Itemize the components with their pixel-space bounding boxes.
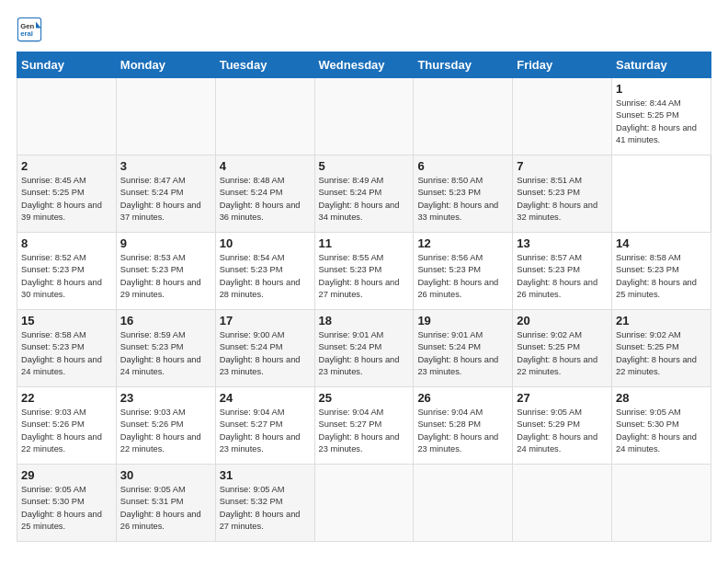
day-header-wednesday: Wednesday [314, 52, 414, 78]
calendar-day-25: 25 Sunrise: 9:04 AM Sunset: 5:27 PM Dayl… [314, 387, 414, 465]
calendar-day-2: 2 Sunrise: 8:45 AM Sunset: 5:25 PM Dayli… [17, 155, 117, 233]
day-number: 5 [319, 159, 410, 173]
day-info: Sunrise: 8:59 AM Sunset: 5:23 PM Dayligh… [120, 329, 211, 379]
calendar-day-13: 13 Sunrise: 8:57 AM Sunset: 5:23 PM Dayl… [513, 233, 612, 310]
day-header-monday: Monday [116, 52, 215, 78]
day-header-tuesday: Tuesday [215, 52, 314, 78]
day-info: Sunrise: 9:03 AM Sunset: 5:26 PM Dayligh… [21, 407, 112, 456]
day-info: Sunrise: 8:47 AM Sunset: 5:24 PM Dayligh… [120, 175, 211, 224]
page: Gen eral SundayMondayTuesdayWednesdayThu… [0, 0, 728, 563]
svg-text:eral: eral [20, 29, 33, 38]
calendar-day-6: 6 Sunrise: 8:50 AM Sunset: 5:23 PM Dayli… [414, 155, 513, 233]
calendar-day-20: 20 Sunrise: 9:02 AM Sunset: 5:25 PM Dayl… [513, 310, 612, 387]
svg-text:Gen: Gen [20, 22, 34, 30]
day-number: 1 [616, 82, 707, 96]
day-info: Sunrise: 8:52 AM Sunset: 5:23 PM Dayligh… [21, 252, 112, 302]
day-info: Sunrise: 8:56 AM Sunset: 5:23 PM Dayligh… [417, 252, 508, 302]
empty-cell [513, 465, 612, 542]
calendar: SundayMondayTuesdayWednesdayThursdayFrid… [17, 52, 711, 542]
day-info: Sunrise: 8:54 AM Sunset: 5:23 PM Dayligh… [220, 252, 311, 302]
day-number: 18 [319, 314, 410, 327]
calendar-day-16: 16 Sunrise: 8:59 AM Sunset: 5:23 PM Dayl… [116, 310, 215, 387]
calendar-day-3: 3 Sunrise: 8:47 AM Sunset: 5:24 PM Dayli… [116, 155, 215, 233]
day-number: 27 [517, 391, 608, 405]
day-info: Sunrise: 8:58 AM Sunset: 5:23 PM Dayligh… [616, 252, 707, 302]
day-number: 29 [21, 468, 112, 482]
calendar-day-15: 15 Sunrise: 8:58 AM Sunset: 5:23 PM Dayl… [17, 310, 117, 387]
calendar-day-24: 24 Sunrise: 9:04 AM Sunset: 5:27 PM Dayl… [215, 387, 314, 465]
empty-cell [414, 78, 513, 155]
day-number: 25 [319, 391, 410, 405]
day-info: Sunrise: 9:04 AM Sunset: 5:27 PM Dayligh… [319, 407, 410, 456]
day-info: Sunrise: 9:01 AM Sunset: 5:24 PM Dayligh… [417, 329, 508, 379]
day-info: Sunrise: 9:02 AM Sunset: 5:25 PM Dayligh… [616, 329, 707, 379]
day-info: Sunrise: 8:45 AM Sunset: 5:25 PM Dayligh… [21, 175, 112, 224]
logo-icon: Gen eral [17, 17, 42, 42]
empty-cell [314, 78, 414, 155]
calendar-day-9: 9 Sunrise: 8:53 AM Sunset: 5:23 PM Dayli… [116, 233, 215, 310]
day-info: Sunrise: 9:05 AM Sunset: 5:30 PM Dayligh… [21, 484, 112, 534]
day-info: Sunrise: 9:04 AM Sunset: 5:27 PM Dayligh… [220, 407, 311, 456]
calendar-day-4: 4 Sunrise: 8:48 AM Sunset: 5:24 PM Dayli… [215, 155, 314, 233]
day-number: 4 [220, 159, 311, 173]
day-number: 3 [120, 159, 211, 173]
day-number: 14 [616, 236, 707, 250]
empty-cell [17, 78, 117, 155]
day-number: 23 [120, 391, 211, 405]
calendar-day-29: 29 Sunrise: 9:05 AM Sunset: 5:30 PM Dayl… [17, 465, 117, 542]
day-header-sunday: Sunday [17, 52, 117, 78]
day-info: Sunrise: 9:05 AM Sunset: 5:31 PM Dayligh… [120, 484, 211, 534]
empty-cell [215, 78, 314, 155]
day-info: Sunrise: 8:57 AM Sunset: 5:23 PM Dayligh… [517, 252, 608, 302]
calendar-day-23: 23 Sunrise: 9:03 AM Sunset: 5:26 PM Dayl… [116, 387, 215, 465]
calendar-day-14: 14 Sunrise: 8:58 AM Sunset: 5:23 PM Dayl… [612, 233, 711, 310]
day-number: 28 [616, 391, 707, 405]
calendar-day-28: 28 Sunrise: 9:05 AM Sunset: 5:30 PM Dayl… [612, 387, 711, 465]
day-info: Sunrise: 8:50 AM Sunset: 5:23 PM Dayligh… [417, 175, 508, 224]
day-info: Sunrise: 8:48 AM Sunset: 5:24 PM Dayligh… [220, 175, 311, 224]
empty-cell [414, 465, 513, 542]
calendar-day-26: 26 Sunrise: 9:04 AM Sunset: 5:28 PM Dayl… [414, 387, 513, 465]
day-number: 17 [220, 314, 311, 327]
calendar-day-17: 17 Sunrise: 9:00 AM Sunset: 5:24 PM Dayl… [215, 310, 314, 387]
calendar-day-30: 30 Sunrise: 9:05 AM Sunset: 5:31 PM Dayl… [116, 465, 215, 542]
day-number: 31 [220, 468, 311, 482]
day-info: Sunrise: 8:51 AM Sunset: 5:23 PM Dayligh… [517, 175, 608, 224]
day-info: Sunrise: 8:58 AM Sunset: 5:23 PM Dayligh… [21, 329, 112, 379]
day-number: 16 [120, 314, 211, 327]
day-info: Sunrise: 9:02 AM Sunset: 5:25 PM Dayligh… [517, 329, 608, 379]
day-number: 8 [21, 236, 112, 250]
day-number: 20 [517, 314, 608, 327]
empty-cell [314, 465, 414, 542]
day-info: Sunrise: 8:53 AM Sunset: 5:23 PM Dayligh… [120, 252, 211, 302]
day-info: Sunrise: 9:05 AM Sunset: 5:29 PM Dayligh… [517, 407, 608, 456]
header: Gen eral [17, 17, 711, 42]
calendar-day-12: 12 Sunrise: 8:56 AM Sunset: 5:23 PM Dayl… [414, 233, 513, 310]
day-number: 11 [319, 236, 410, 250]
day-info: Sunrise: 9:05 AM Sunset: 5:32 PM Dayligh… [220, 484, 311, 534]
empty-cell [612, 465, 711, 542]
day-number: 10 [220, 236, 311, 250]
logo: Gen eral [17, 17, 46, 42]
day-number: 7 [517, 159, 608, 173]
day-number: 30 [120, 468, 211, 482]
calendar-day-19: 19 Sunrise: 9:01 AM Sunset: 5:24 PM Dayl… [414, 310, 513, 387]
day-number: 22 [21, 391, 112, 405]
calendar-day-21: 21 Sunrise: 9:02 AM Sunset: 5:25 PM Dayl… [612, 310, 711, 387]
calendar-day-8: 8 Sunrise: 8:52 AM Sunset: 5:23 PM Dayli… [17, 233, 117, 310]
calendar-day-1: 1 Sunrise: 8:44 AM Sunset: 5:25 PM Dayli… [612, 78, 711, 155]
day-number: 2 [21, 159, 112, 173]
day-number: 24 [220, 391, 311, 405]
empty-cell [513, 78, 612, 155]
calendar-day-18: 18 Sunrise: 9:01 AM Sunset: 5:24 PM Dayl… [314, 310, 414, 387]
calendar-day-31: 31 Sunrise: 9:05 AM Sunset: 5:32 PM Dayl… [215, 465, 314, 542]
day-number: 26 [417, 391, 508, 405]
day-info: Sunrise: 9:04 AM Sunset: 5:28 PM Dayligh… [417, 407, 508, 456]
day-info: Sunrise: 9:01 AM Sunset: 5:24 PM Dayligh… [319, 329, 410, 379]
day-info: Sunrise: 9:05 AM Sunset: 5:30 PM Dayligh… [616, 407, 707, 456]
day-number: 12 [417, 236, 508, 250]
day-header-thursday: Thursday [414, 52, 513, 78]
day-info: Sunrise: 8:44 AM Sunset: 5:25 PM Dayligh… [616, 98, 707, 147]
day-number: 21 [616, 314, 707, 327]
day-number: 9 [120, 236, 211, 250]
